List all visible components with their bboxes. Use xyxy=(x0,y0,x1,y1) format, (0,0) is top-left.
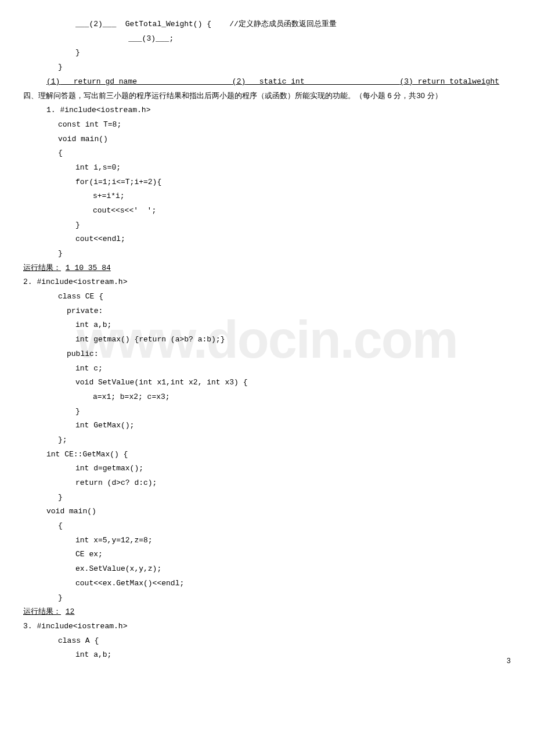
code-line: ex.SetValue(x,y,z); xyxy=(23,562,511,577)
p2-result: 12 xyxy=(66,607,75,616)
p1-result-row: 运行结果： 1 10 35 84 xyxy=(23,261,511,276)
code-line: int d=getmax(); xyxy=(23,462,511,476)
code-line: class A { xyxy=(23,634,511,649)
p2-result-row: 运行结果： 12 xyxy=(23,605,511,620)
code-line: } xyxy=(23,218,511,233)
page-content: ___(2)___ GetTotal_Weight() { //定义静态成员函数… xyxy=(23,17,511,663)
code-line: private: xyxy=(23,304,511,319)
answer-2-label: (2) xyxy=(232,75,246,89)
code-line: const int T=8; xyxy=(23,118,511,132)
fill-answer-row: (1) return gd_name (2) static int (3) re… xyxy=(23,75,511,89)
code-line: } xyxy=(23,247,511,261)
code-line: class CE { xyxy=(23,290,511,304)
code-line: ___(3)___; xyxy=(23,32,511,46)
p2-include: 2. #include<iostream.h> xyxy=(23,275,511,290)
code-line: cout<<ex.GetMax()<<endl; xyxy=(23,577,511,591)
code-line: int a,b; xyxy=(23,318,511,333)
code-line: { xyxy=(23,146,511,161)
code-line: CE ex; xyxy=(23,548,511,562)
answer-2: static int xyxy=(246,75,399,89)
code-line: } xyxy=(23,60,511,75)
code-line: }; xyxy=(23,433,511,448)
code-line: int x=5,y=12,z=8; xyxy=(23,534,511,548)
code-line: for(i=1;i<=T;i+=2){ xyxy=(23,175,511,190)
p3-include: 3. #include<iostream.h> xyxy=(23,620,511,634)
code-line: int getmax() {return (a>b? a:b);} xyxy=(23,333,511,347)
code-line: } xyxy=(23,46,511,60)
code-line: int c; xyxy=(23,362,511,376)
answer-3-label: (3) xyxy=(400,75,413,89)
code-line: s+=i*i; xyxy=(23,189,511,204)
code-line: { xyxy=(23,519,511,534)
code-line: public: xyxy=(23,347,511,362)
question-4-title: 四、理解问答题，写出前三小题的程序运行结果和指出后两小题的程序（或函数）所能实现… xyxy=(23,89,511,103)
p1-result-label: 运行结果： xyxy=(23,264,61,272)
p2-result-label: 运行结果： xyxy=(23,607,61,616)
p1-include: 1. #include<iostream.h> xyxy=(23,103,511,118)
code-line: int CE::GetMax() { xyxy=(23,448,511,462)
code-line: void main() xyxy=(23,132,511,147)
code-line: int GetMax(); xyxy=(23,419,511,433)
code-line: void SetValue(int x1,int x2, int x3) { xyxy=(23,376,511,390)
code-line: ___(2)___ GetTotal_Weight() { //定义静态成员函数… xyxy=(23,17,511,32)
p1-result: 1 10 35 84 xyxy=(66,264,111,272)
code-line: a=x1; b=x2; c=x3; xyxy=(23,390,511,405)
code-line: } xyxy=(23,405,511,419)
code-line: } xyxy=(23,591,511,606)
code-line: int i,s=0; xyxy=(23,161,511,175)
code-line: return (d>c? d:c); xyxy=(23,476,511,491)
code-line: void main() xyxy=(23,505,511,519)
code-line: int a,b; xyxy=(23,648,511,663)
answer-1-label: (1) xyxy=(46,75,60,89)
answer-3: return totalweight xyxy=(413,75,499,89)
code-line: cout<<endl; xyxy=(23,232,511,247)
code-line: cout<<s<<' '; xyxy=(23,204,511,218)
answer-1: return gd_name xyxy=(60,75,232,89)
code-line: } xyxy=(23,491,511,505)
